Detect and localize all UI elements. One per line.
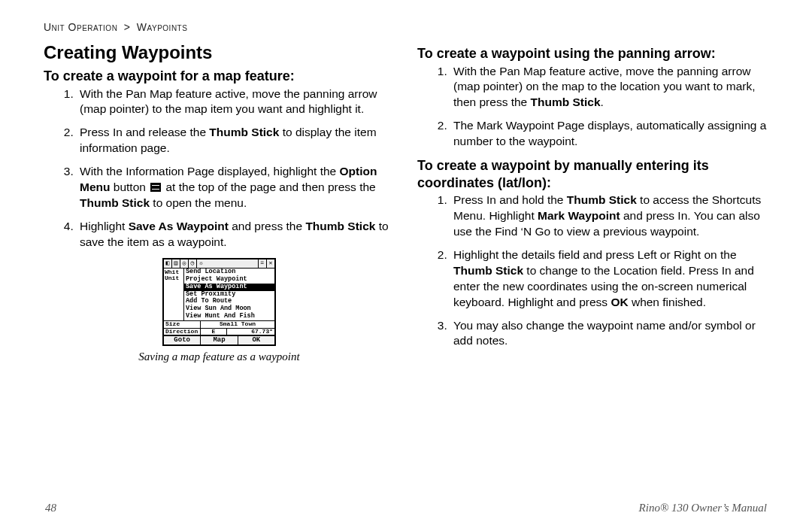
topbar-icon: ▤ — [172, 259, 180, 268]
map-button: Map — [201, 336, 238, 344]
manual-title: Rino® 130 Owner’s Manual — [639, 502, 767, 514]
figure: ◧ ▤ ◎ ◷ ☼ ≡ ✕ Whit — [44, 258, 395, 364]
device-size-row: Size Small Town — [164, 320, 274, 327]
value: 67.73ᵐ — [227, 329, 274, 335]
page-title: Creating Waypoints — [44, 42, 395, 63]
term-thumb-stick: Thumb Stick — [209, 126, 279, 138]
step-text: Highlight — [80, 220, 129, 232]
device-menu: Send Location Project Waypoint Save As W… — [184, 269, 274, 320]
step-text: You may also change the waypoint name an… — [453, 319, 756, 347]
figure-caption: Saving a map feature as a waypoint — [44, 350, 395, 363]
term-ok: OK — [611, 296, 628, 308]
label: Direction — [164, 329, 201, 335]
list-item: Highlight the details field and press Le… — [450, 247, 768, 311]
list-item: Press In and release the Thumb Stick to … — [77, 125, 395, 156]
term-thumb-stick: Thumb Stick — [305, 220, 375, 232]
list-item: You may also change the waypoint name an… — [450, 318, 768, 350]
breadcrumb: Unit Operation > Waypoints — [44, 21, 768, 33]
step-text: Press In and release the — [80, 126, 209, 138]
step-text: to open the menu. — [150, 196, 247, 209]
step-text: Press In and hold the — [453, 193, 567, 206]
breadcrumb-section: Unit Operation — [44, 21, 117, 33]
list-item: Highlight Save As Waypoint and press the… — [77, 219, 395, 250]
topbar-right-icons: ≡ ✕ — [258, 259, 274, 268]
device-left-labels: Whit Unit — [164, 269, 184, 320]
subhead-map-feature: To create a waypoint for a map feature: — [44, 68, 395, 85]
content-columns: Creating Waypoints To create a waypoint … — [44, 41, 768, 499]
step-text: With the Pan Map feature active, move th… — [80, 87, 377, 116]
step-text: The Mark Waypoint Page displays, automat… — [453, 119, 766, 147]
list-item: With the Pan Map feature active, move th… — [450, 64, 768, 111]
device-buttons: Goto Map OK — [164, 335, 274, 344]
close-icon: ✕ — [266, 259, 274, 268]
option-menu-icon — [150, 183, 161, 192]
breadcrumb-sep: > — [124, 21, 131, 33]
topbar-icon: ☼ — [197, 259, 205, 268]
label: Size — [164, 321, 201, 327]
term-thumb-stick: Thumb Stick — [453, 264, 523, 277]
topbar-icon: ◷ — [189, 259, 197, 268]
step-text: when finished. — [629, 296, 706, 308]
step-text: button — [110, 181, 149, 193]
page: Unit Operation > Waypoints Creating Wayp… — [0, 0, 812, 528]
term-thumb-stick: Thumb Stick — [80, 196, 150, 209]
term-thumb-stick: Thumb Stick — [531, 96, 601, 108]
device-body: Whit Unit Send Location Project Waypoint… — [164, 269, 274, 320]
device-screenshot: ◧ ▤ ◎ ◷ ☼ ≡ ✕ Whit — [162, 258, 276, 347]
subhead-panning-arrow: To create a waypoint using the panning a… — [417, 45, 768, 62]
topbar-left-icons: ◧ ▤ ◎ ◷ ☼ — [164, 259, 205, 268]
option-menu-icon: ≡ — [258, 259, 266, 268]
step-text: at the top of the page and then press th… — [162, 181, 376, 193]
left-column: Creating Waypoints To create a waypoint … — [44, 41, 395, 499]
device-direction-row: Direction E 67.73ᵐ — [164, 328, 274, 335]
list-item: Press In and hold the Thumb Stick to acc… — [450, 193, 768, 240]
right-column: To create a waypoint using the panning a… — [417, 41, 768, 499]
goto-button: Goto — [164, 336, 201, 344]
label: Unit — [165, 275, 183, 281]
page-footer: 48 Rino® 130 Owner’s Manual — [44, 502, 768, 514]
ok-button: OK — [238, 336, 274, 344]
term-save-as-waypoint: Save As Waypoint — [129, 220, 229, 232]
step-text: . — [601, 96, 604, 108]
step-text: With the Pan Map feature active, move th… — [453, 65, 756, 109]
term-mark-waypoint: Mark Waypoint — [538, 209, 620, 222]
steps-panning-arrow: With the Pan Map feature active, move th… — [417, 64, 768, 150]
steps-manual-coords: Press In and hold the Thumb Stick to acc… — [417, 193, 768, 349]
value: E — [201, 329, 227, 335]
topbar-icon: ◎ — [180, 259, 189, 268]
device-topbar: ◧ ▤ ◎ ◷ ☼ ≡ ✕ — [164, 259, 274, 269]
list-item: With the Information Page displayed, hig… — [77, 164, 395, 211]
term-thumb-stick: Thumb Stick — [567, 193, 637, 206]
page-number: 48 — [45, 502, 56, 514]
steps-map-feature: With the Pan Map feature active, move th… — [44, 86, 395, 250]
list-item: The Mark Waypoint Page displays, automat… — [450, 118, 768, 150]
breadcrumb-subsection: Waypoints — [137, 21, 188, 33]
menu-item: View Hunt And Fish — [184, 313, 274, 320]
list-item: With the Pan Map feature active, move th… — [77, 86, 395, 118]
topbar-icon: ◧ — [164, 259, 172, 268]
subhead-manual-coords: To create a waypoint by manually enterin… — [417, 157, 768, 191]
step-text: Highlight the details field and press Le… — [453, 248, 737, 261]
step-text: With the Information Page displayed, hig… — [80, 165, 340, 178]
step-text: and press the — [229, 220, 306, 232]
value: Small Town — [201, 321, 274, 327]
